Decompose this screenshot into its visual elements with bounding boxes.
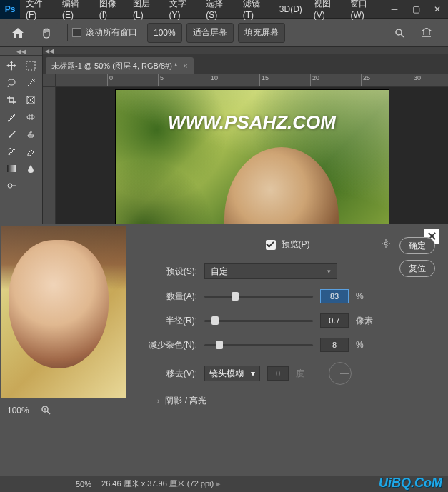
home-icon[interactable] — [6, 23, 30, 43]
marquee-tool-icon[interactable] — [21, 57, 40, 74]
amount-unit: % — [356, 291, 376, 301]
history-brush-tool-icon[interactable] — [1, 143, 21, 160]
checkbox-icon — [72, 28, 81, 37]
amount-input[interactable]: 83 — [320, 289, 349, 303]
expand-label: 阴影 / 高光 — [165, 395, 206, 407]
radius-label: 半径(R): — [140, 315, 197, 327]
amount-label: 数量(A): — [140, 291, 197, 303]
scroll-all-label: 滚动所有窗口 — [86, 26, 137, 39]
remove-value: 镜头模糊 — [209, 368, 244, 380]
close-tab-icon[interactable]: × — [183, 61, 187, 70]
document-tab[interactable]: 未标题-1 @ 50% (图层 4, RGB/8#) * × — [46, 57, 194, 74]
ruler-tick: 25 — [361, 74, 370, 87]
svg-line-1 — [401, 34, 404, 37]
ok-button[interactable]: 确定 — [399, 237, 435, 254]
svg-line-4 — [27, 96, 34, 104]
eyedropper-tool-icon[interactable] — [1, 109, 21, 126]
maximize-button[interactable]: ▢ — [405, 0, 427, 18]
menu-select[interactable]: 选择(S) — [200, 0, 237, 18]
dialog-preview[interactable] — [1, 226, 126, 398]
ruler-tick: 5 — [158, 74, 164, 87]
hand-tool-icon[interactable] — [34, 23, 59, 43]
minimize-button[interactable]: ─ — [384, 0, 405, 18]
menu-filter[interactable]: 滤镜(T) — [237, 0, 274, 18]
reset-button[interactable]: 复位 — [399, 260, 435, 277]
document-tabs: 未标题-1 @ 50% (图层 4, RGB/8#) * × — [43, 54, 448, 74]
ruler-corner — [43, 74, 56, 87]
radius-input[interactable]: 0.7 — [320, 313, 349, 328]
ruler-tick: 10 — [209, 74, 218, 87]
noise-label: 减少杂色(N): — [140, 339, 197, 351]
slider-thumb[interactable] — [216, 341, 223, 349]
slider-thumb[interactable] — [211, 316, 219, 325]
ruler-tick: 30 — [412, 74, 421, 87]
amount-slider[interactable] — [204, 291, 313, 302]
share-icon[interactable] — [415, 23, 438, 43]
toolbox-collapse[interactable]: ◀◀ — [0, 47, 42, 56]
panel-collapse[interactable]: ◀◀ — [43, 47, 448, 54]
gradient-tool-icon[interactable] — [1, 160, 21, 177]
menu-edit[interactable]: 编辑(E) — [56, 0, 94, 18]
document-tab-title: 未标题-1 @ 50% (图层 4, RGB/8#) * — [51, 61, 177, 71]
menu-view[interactable]: 视图(V) — [308, 0, 345, 18]
angle-unit: 度 — [296, 368, 316, 380]
zoom-100-button[interactable]: 100% — [147, 23, 182, 43]
chevron-down-icon: ▾ — [327, 268, 331, 275]
angle-input[interactable]: 0 — [267, 366, 289, 381]
menu-image[interactable]: 图像(I) — [94, 0, 127, 18]
svg-point-16 — [384, 242, 387, 245]
menu-window[interactable]: 窗口(W) — [344, 0, 384, 18]
eraser-tool-icon[interactable] — [21, 143, 40, 160]
menu-type[interactable]: 文字(Y) — [164, 0, 201, 18]
remove-select[interactable]: 镜头模糊 ▾ — [204, 366, 260, 381]
remove-label: 移去(V): — [140, 368, 197, 380]
angle-dial[interactable] — [329, 362, 352, 385]
preview-checkbox[interactable] — [266, 240, 276, 250]
svg-line-13 — [47, 411, 50, 414]
crop-tool-icon[interactable] — [1, 91, 21, 109]
healing-brush-tool-icon[interactable] — [21, 109, 40, 126]
preset-select[interactable]: 自定 ▾ — [204, 263, 337, 279]
preset-value: 自定 — [211, 266, 228, 278]
noise-input[interactable]: 8 — [320, 338, 349, 352]
fill-screen-button[interactable]: 填充屏幕 — [238, 23, 285, 43]
magic-wand-tool-icon[interactable] — [21, 74, 40, 91]
svg-point-10 — [8, 184, 12, 188]
svg-rect-2 — [26, 61, 35, 70]
close-button[interactable]: ✕ — [427, 0, 448, 18]
radius-unit: 像素 — [356, 315, 376, 327]
status-zoom[interactable]: 50% — [76, 480, 91, 488]
svg-rect-3 — [27, 96, 34, 104]
frame-tool-icon[interactable] — [21, 91, 40, 109]
clone-stamp-tool-icon[interactable] — [21, 126, 40, 143]
noise-slider[interactable] — [204, 339, 313, 351]
lasso-tool-icon[interactable] — [1, 74, 21, 91]
fit-screen-button[interactable]: 适合屏幕 — [186, 23, 234, 43]
zoom-icon[interactable] — [41, 405, 51, 417]
scroll-all-windows-checkbox[interactable]: 滚动所有窗口 — [72, 23, 143, 43]
chevron-right-icon[interactable]: ▸ — [216, 479, 221, 488]
menu-3d[interactable]: 3D(D) — [274, 0, 308, 18]
slider-thumb[interactable] — [232, 292, 239, 301]
options-bar: 滚动所有窗口 100% 适合屏幕 填充屏幕 — [0, 19, 448, 47]
separator — [67, 24, 68, 41]
move-tool-icon[interactable] — [1, 57, 21, 74]
ruler-horizontal: 0 5 10 15 20 25 30 — [43, 74, 448, 87]
app-logo: Ps — [0, 0, 20, 19]
site-watermark: UiBQ.CoM — [379, 476, 442, 491]
menu-layer[interactable]: 图层(L) — [127, 0, 163, 18]
gear-icon[interactable] — [381, 239, 391, 251]
ruler-tick: 15 — [259, 74, 269, 87]
blur-tool-icon[interactable] — [21, 160, 40, 177]
search-icon[interactable] — [388, 23, 411, 43]
svg-rect-9 — [7, 165, 16, 172]
ruler-tick: 20 — [310, 74, 319, 87]
preview-label: 预览(P) — [282, 239, 310, 251]
dodge-tool-icon[interactable] — [1, 177, 21, 194]
shadows-highlights-expand[interactable]: › 阴影 / 高光 — [157, 395, 435, 407]
chevron-right-icon: › — [157, 397, 159, 405]
radius-slider[interactable] — [204, 315, 313, 326]
brush-tool-icon[interactable] — [1, 126, 21, 143]
canvas-watermark: WWW.PSAHZ.COM — [116, 111, 389, 134]
menu-file[interactable]: 文件(F) — [20, 0, 56, 18]
